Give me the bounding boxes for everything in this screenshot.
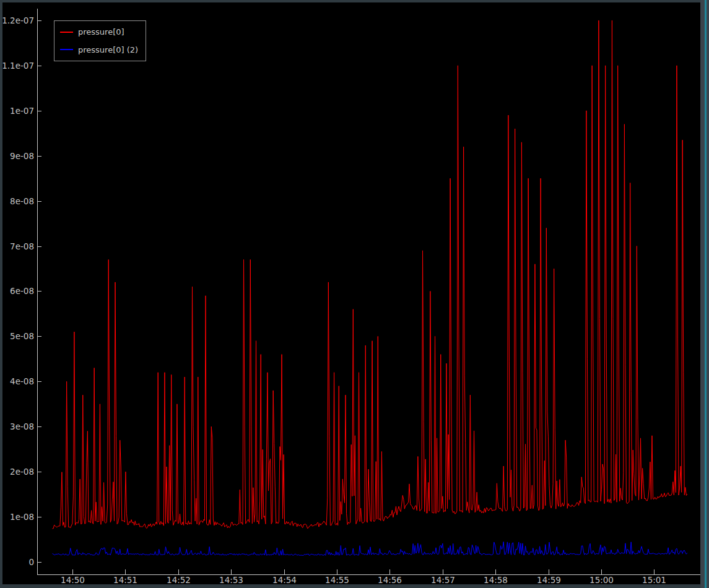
legend-label: pressure[0] (2) bbox=[78, 45, 138, 54]
x-tick-label: 14:54 bbox=[272, 575, 297, 585]
y-tick-label: 1.2e-07 bbox=[2, 15, 34, 25]
y-tick-label: 1e-08 bbox=[10, 512, 34, 522]
window-border-right bbox=[700, 0, 705, 588]
x-tick-label: 15:00 bbox=[589, 575, 614, 585]
x-tick-label: 14:56 bbox=[378, 575, 402, 585]
x-tick-label: 14:59 bbox=[537, 575, 561, 585]
legend-label: pressure[0] bbox=[78, 27, 124, 37]
y-tick-label: 4e-08 bbox=[10, 376, 34, 386]
y-tick-label: 6e-08 bbox=[10, 286, 34, 296]
x-tick-label: 15:01 bbox=[642, 575, 666, 585]
y-tick-label: 5e-08 bbox=[10, 331, 34, 341]
plot-background bbox=[0, 0, 709, 588]
legend-line-sample-red bbox=[60, 32, 73, 33]
legend-entry-pressure0: pressure[0] bbox=[54, 25, 146, 39]
x-tick-label: 14:51 bbox=[113, 575, 137, 585]
x-tick-label: 14:58 bbox=[484, 575, 508, 585]
x-tick-label: 14:53 bbox=[219, 575, 243, 585]
x-tick-label: 14:50 bbox=[61, 575, 85, 585]
y-tick-label: 9e-08 bbox=[10, 151, 34, 161]
y-tick-label: 7e-08 bbox=[10, 241, 34, 251]
window-border-bottom bbox=[0, 584, 709, 588]
plot-window: 01e-082e-083e-084e-085e-086e-087e-088e-0… bbox=[0, 0, 709, 588]
y-tick-label: 2e-08 bbox=[10, 467, 34, 477]
chart-canvas: 01e-082e-083e-084e-085e-086e-087e-088e-0… bbox=[0, 0, 709, 588]
y-tick-label: 8e-08 bbox=[10, 196, 34, 206]
legend-entry-pressure0-2: pressure[0] (2) bbox=[54, 43, 146, 56]
y-tick-label: 1.1e-07 bbox=[2, 61, 34, 71]
legend-line-sample-blue bbox=[60, 49, 73, 50]
y-tick-label: 0 bbox=[28, 557, 34, 567]
y-tick-label: 1e-07 bbox=[10, 106, 34, 116]
window-border-top bbox=[0, 0, 709, 2]
y-tick-label: 3e-08 bbox=[10, 422, 34, 431]
window-border-left bbox=[0, 0, 2, 588]
x-tick-label: 14:55 bbox=[325, 575, 349, 585]
x-tick-label: 14:57 bbox=[431, 575, 455, 585]
x-tick-label: 14:52 bbox=[167, 575, 191, 585]
window-border-right-outer bbox=[707, 0, 709, 588]
legend-box: pressure[0] pressure[0] (2) bbox=[54, 20, 146, 61]
